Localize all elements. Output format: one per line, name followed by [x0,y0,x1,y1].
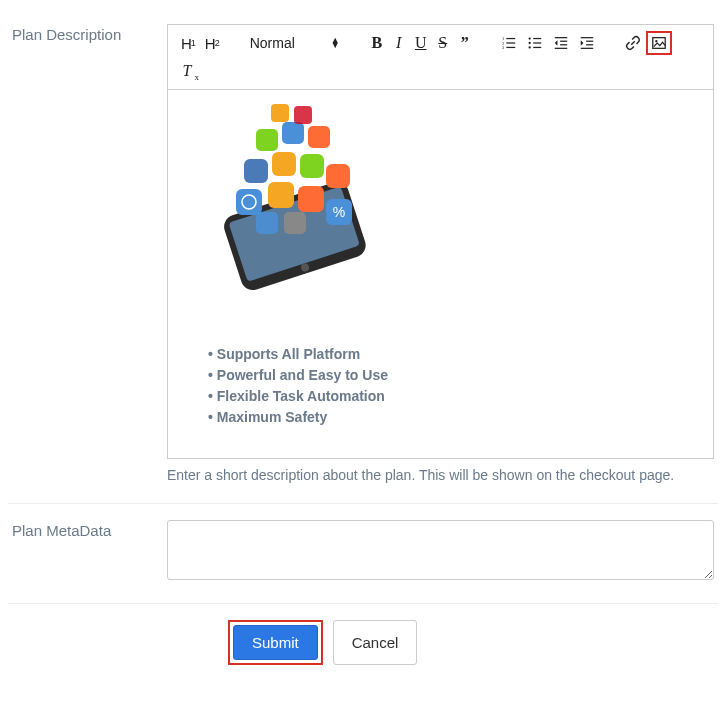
plan-description-label: Plan Description [12,24,167,483]
svg-point-23 [655,40,657,42]
inserted-image: % [186,104,386,334]
svg-text:3: 3 [502,45,505,50]
submit-button[interactable]: Submit [233,625,318,660]
editor-column: H1 H2 Normal ▲▼ B I U S ” [167,24,714,483]
svg-rect-34 [272,152,296,176]
svg-rect-40 [271,104,289,122]
svg-rect-33 [244,159,268,183]
bold-button[interactable]: B [366,31,388,55]
cancel-button[interactable]: Cancel [333,620,418,665]
rich-text-editor: H1 H2 Normal ▲▼ B I U S ” [167,24,714,459]
h2-button[interactable]: H2 [200,31,224,55]
blockquote-button[interactable]: ” [454,31,476,55]
button-row: Submit Cancel [8,604,718,681]
font-size-label: Normal [250,35,295,51]
description-help-text: Enter a short description about the plan… [167,467,714,483]
svg-rect-29 [268,182,294,208]
svg-text:%: % [333,204,345,220]
feature-list: Supports All Platform Powerful and Easy … [186,344,695,428]
svg-rect-27 [236,189,262,215]
image-button[interactable] [646,31,672,55]
svg-rect-36 [326,164,350,188]
svg-point-7 [528,42,530,44]
indent-button[interactable] [574,31,600,55]
svg-rect-30 [298,186,324,212]
unordered-list-button[interactable] [522,31,548,55]
ordered-list-button[interactable]: 123 [496,31,522,55]
link-button[interactable] [620,31,646,55]
metadata-column [167,520,714,583]
svg-rect-42 [256,212,278,234]
outdent-button[interactable] [548,31,574,55]
svg-rect-43 [284,212,306,234]
editor-toolbar: H1 H2 Normal ▲▼ B I U S ” [168,25,713,90]
format-group: B I U S ” [366,31,476,55]
svg-marker-16 [555,40,558,45]
svg-rect-41 [294,106,312,124]
select-arrows-icon: ▲▼ [331,38,340,48]
metadata-input[interactable] [167,520,714,580]
strikethrough-button[interactable]: S [432,31,454,55]
h1-button[interactable]: H1 [176,31,200,55]
italic-button[interactable]: I [388,31,410,55]
insert-group [620,31,672,55]
size-group: Normal ▲▼ [244,33,346,53]
editor-content-area[interactable]: % [168,90,713,458]
clear-format-button[interactable]: Tx [176,59,198,83]
svg-rect-39 [308,126,330,148]
font-size-select[interactable]: Normal ▲▼ [244,33,346,53]
svg-rect-35 [300,154,324,178]
svg-rect-37 [256,129,278,151]
list-item: Flexible Task Automation [208,386,695,407]
submit-highlight: Submit [228,620,323,665]
clear-group: Tx [176,59,198,83]
list-group: 123 [496,31,600,55]
list-item: Powerful and Easy to Use [208,365,695,386]
svg-point-8 [528,46,530,48]
list-item: Supports All Platform [208,344,695,365]
underline-button[interactable]: U [410,31,432,55]
list-item: Maximum Safety [208,407,695,428]
plan-metadata-row: Plan MetaData [8,503,718,604]
plan-metadata-label: Plan MetaData [12,520,167,583]
svg-marker-21 [581,40,584,45]
heading-group: H1 H2 [176,31,224,55]
svg-point-6 [528,37,530,39]
plan-description-row: Plan Description H1 H2 Normal ▲▼ B I U [8,8,718,503]
svg-rect-38 [282,122,304,144]
